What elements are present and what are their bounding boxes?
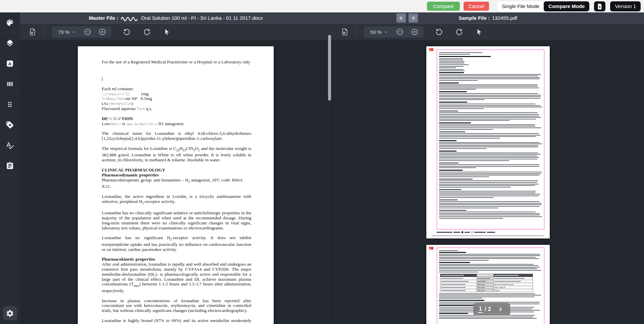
doc-gap bbox=[102, 189, 251, 194]
doc-paragraph: Flavoured aqueous base q.s. bbox=[102, 106, 251, 111]
text-box-icon: A bbox=[6, 59, 14, 68]
nav-last-button[interactable] bbox=[409, 13, 418, 22]
pdf-text-line bbox=[439, 86, 538, 87]
pdf-text-line bbox=[439, 257, 536, 258]
pdf-text-line bbox=[439, 189, 461, 190]
sidebar-item-layers[interactable] bbox=[0, 33, 20, 53]
pdf-text-line bbox=[439, 293, 535, 294]
black-colour-swatch bbox=[462, 231, 463, 233]
adverse-reactions-table: Very rareAbnormal hepatic functionVery r… bbox=[440, 274, 533, 292]
master-rotate-left-button[interactable] bbox=[122, 27, 131, 37]
table-cell-bar bbox=[478, 281, 486, 282]
doc-gap bbox=[102, 293, 251, 299]
pdf-text-line bbox=[439, 144, 542, 144]
pdf-text-line bbox=[439, 83, 459, 84]
pdf-text-line bbox=[439, 252, 466, 253]
master-zoom-dropdown[interactable]: 79 % bbox=[56, 29, 77, 35]
annotation-marker[interactable] bbox=[429, 48, 433, 51]
pdf-text-line bbox=[439, 129, 493, 130]
pdf-text-line bbox=[439, 203, 541, 204]
sample-rotate-left-button[interactable] bbox=[434, 27, 444, 37]
pdf-text-line bbox=[439, 133, 538, 134]
version-button[interactable]: Version 1 bbox=[610, 1, 641, 11]
pdf-text-line bbox=[439, 185, 535, 186]
sample-rotate-right-button[interactable] bbox=[454, 27, 464, 37]
current-page-field[interactable]: 1 bbox=[478, 306, 483, 313]
pdf-text-line bbox=[439, 154, 540, 155]
first-page-icon bbox=[398, 15, 404, 21]
rotate-right-icon bbox=[143, 28, 151, 36]
master-pane-scrollbar[interactable] bbox=[328, 35, 331, 101]
sample-document-settings-button[interactable] bbox=[340, 27, 350, 37]
pdf-text-line bbox=[439, 180, 538, 181]
dots-grid-icon bbox=[6, 100, 14, 109]
sidebar-item-tag[interactable] bbox=[0, 115, 20, 135]
pdf-text-line bbox=[439, 194, 540, 195]
document-log-button[interactable] bbox=[594, 1, 605, 11]
sidebar-item-text[interactable]: A bbox=[0, 53, 20, 74]
master-zoom-value: 79 % bbox=[58, 29, 69, 35]
svg-text:A: A bbox=[8, 61, 12, 66]
pdf-text-line bbox=[439, 255, 540, 256]
footer-text-bar bbox=[487, 232, 495, 232]
sample-zoom-group: 59 % bbox=[364, 26, 424, 38]
sample-page-1[interactable] bbox=[426, 46, 550, 238]
master-zoom-in-button[interactable] bbox=[98, 27, 107, 37]
pdf-text-line bbox=[439, 213, 540, 214]
master-zoom-out-button[interactable] bbox=[83, 27, 92, 37]
sample-viewer-pane: Very rareAbnormal hepatic functionVery r… bbox=[332, 40, 644, 324]
pdf-text-line bbox=[439, 295, 541, 295]
palette-icon bbox=[6, 18, 14, 27]
next-page-button[interactable] bbox=[495, 306, 506, 313]
sample-zoom-dropdown[interactable]: 59 % bbox=[368, 29, 390, 35]
sample-cursor-tool-button[interactable] bbox=[475, 27, 484, 37]
cancel-button[interactable]: Cancel bbox=[464, 2, 489, 11]
pdf-text-line bbox=[439, 172, 542, 172]
main-area: Master File : Oral Solution 100 ml - PI … bbox=[20, 12, 644, 324]
pdf-text-line bbox=[439, 77, 540, 78]
master-rotate-right-button[interactable] bbox=[142, 27, 152, 37]
single-file-mode-button[interactable]: Single File Mode bbox=[497, 1, 544, 11]
sidebar-item-palette[interactable] bbox=[0, 12, 20, 33]
document-settings-icon bbox=[341, 28, 349, 36]
pdf-text-line bbox=[439, 89, 476, 90]
pdf-text-line bbox=[439, 112, 537, 113]
nav-first-button[interactable] bbox=[396, 13, 406, 22]
master-document-settings-button[interactable] bbox=[28, 27, 37, 37]
table-row: Very rareFatigue bbox=[440, 289, 533, 292]
doc-heading: DESCRIPTION bbox=[102, 116, 251, 121]
pdf-text-line bbox=[439, 262, 470, 263]
sidebar-item-settings[interactable] bbox=[0, 303, 20, 324]
pdf-text-line bbox=[439, 164, 539, 165]
master-cursor-tool-button[interactable] bbox=[162, 27, 172, 37]
sidebar-item-barcode[interactable] bbox=[0, 74, 20, 94]
sidebar-item-spellcheck[interactable] bbox=[0, 135, 20, 156]
doc-heading: CLINICAL PHARMACOLOGY bbox=[102, 168, 251, 173]
pdf-text-line bbox=[439, 119, 536, 119]
clipboard-icon bbox=[6, 162, 14, 170]
sidebar-item-dots[interactable] bbox=[0, 94, 20, 115]
table-cell-bar bbox=[441, 275, 464, 276]
master-document-page[interactable]: For the use of a Registered Medical Prac… bbox=[78, 46, 274, 324]
pdf-text-line bbox=[439, 201, 539, 202]
table-cell-bar bbox=[441, 284, 466, 285]
compare-mode-button[interactable]: Compare Mode bbox=[544, 1, 589, 11]
pdf-text-line bbox=[439, 153, 538, 153]
pdf-text-line bbox=[439, 272, 478, 272]
sidebar-item-clipboard[interactable] bbox=[0, 156, 20, 176]
table-row: Very rareRash, alopecia bbox=[440, 286, 533, 289]
pdf-text-line bbox=[439, 298, 482, 299]
pdf-text-line bbox=[439, 300, 484, 301]
pdf-text-line bbox=[439, 317, 533, 317]
pdf-text-line bbox=[439, 175, 539, 175]
annotation-marker[interactable] bbox=[429, 247, 433, 250]
sample-zoom-out-button[interactable] bbox=[395, 27, 405, 37]
footer-text-bar bbox=[465, 232, 470, 232]
sample-zoom-value: 59 % bbox=[370, 29, 382, 35]
pdf-text-line bbox=[439, 67, 456, 68]
text-cursor bbox=[102, 77, 103, 81]
sample-zoom-in-button[interactable] bbox=[410, 27, 419, 37]
sidebar: A bbox=[0, 12, 20, 324]
compare-button[interactable]: Compare bbox=[427, 2, 460, 11]
doc-paragraph: Each ml contains: bbox=[102, 87, 251, 92]
